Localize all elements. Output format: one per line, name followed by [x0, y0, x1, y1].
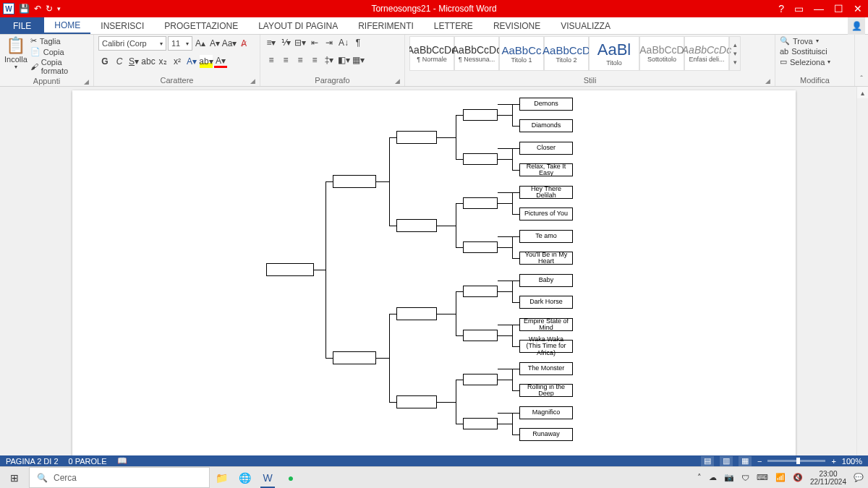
help-icon[interactable]: ? [778, 3, 784, 14]
maximize-icon[interactable]: ☐ [834, 3, 843, 14]
replace-button[interactable]: abSostituisci [780, 47, 830, 56]
shrink-font-icon[interactable]: A▾ [208, 37, 221, 50]
ribbon-options-icon[interactable]: ▭ [794, 3, 804, 14]
bracket-qf-6[interactable] [463, 374, 498, 385]
bracket-seed-3[interactable]: Relax, Take It Easy [519, 163, 573, 176]
style-normal[interactable]: AaBbCcDc¶ Normale [409, 36, 454, 71]
undo-icon[interactable]: ↶ [34, 4, 41, 14]
bracket-seed-10[interactable]: Empire State of Mind [519, 318, 573, 331]
tab-file[interactable]: FILE [0, 17, 44, 34]
onedrive-icon[interactable]: ☁ [709, 473, 717, 482]
bracket-qf-5[interactable] [463, 330, 498, 341]
paste-icon[interactable]: 📋 [6, 36, 25, 55]
style-title[interactable]: AaBlTitolo [589, 36, 639, 71]
bracket-champion[interactable] [266, 263, 314, 276]
sort-icon[interactable]: A↓ [337, 36, 350, 49]
bracket-seed-15[interactable]: Runaway [519, 428, 573, 441]
borders-icon[interactable]: ▦▾ [352, 53, 365, 67]
word-count[interactable]: 0 PAROLE [69, 457, 107, 466]
justify-icon[interactable]: ≡ [308, 53, 321, 67]
style-heading2[interactable]: AaBbCcDTitolo 2 [544, 36, 589, 71]
underline-icon[interactable]: S▾ [127, 55, 140, 68]
bracket-qf-0[interactable] [463, 109, 498, 121]
chrome-icon[interactable]: 🌐 [234, 468, 255, 488]
tab-insert[interactable]: INSERISCI [90, 17, 154, 34]
tab-design[interactable]: PROGETTAZIONE [154, 17, 248, 34]
multilevel-icon[interactable]: ⊟▾ [294, 36, 307, 49]
tab-layout[interactable]: LAYOUT DI PAGINA [248, 17, 348, 34]
tab-home[interactable]: HOME [44, 17, 90, 34]
close-icon[interactable]: ✕ [854, 3, 862, 14]
tab-references[interactable]: RIFERIMENTI [348, 17, 424, 34]
pilcrow-icon[interactable]: ¶ [352, 36, 365, 49]
outdent-icon[interactable]: ⇤ [308, 36, 321, 49]
bracket-seed-2[interactable]: Closer [519, 142, 573, 155]
align-left-icon[interactable]: ≡ [265, 53, 278, 67]
style-heading1[interactable]: AaBbCcTitolo 1 [499, 36, 544, 71]
tab-review[interactable]: REVISIONE [483, 17, 550, 34]
page[interactable]: DemonsDiamondsCloserRelax, Take It EasyH… [72, 90, 796, 455]
web-layout-icon[interactable]: ▦ [739, 456, 752, 466]
bracket-seed-9[interactable]: Dark Horse [519, 296, 573, 309]
proofing-icon[interactable]: 📖 [117, 456, 127, 466]
bracket-final-1[interactable] [333, 351, 376, 364]
clear-format-icon[interactable]: A̷ [237, 37, 250, 50]
bracket-seed-14[interactable]: Magnifico [519, 406, 573, 419]
bracket-seed-0[interactable]: Demons [519, 98, 573, 111]
bracket-sf-0[interactable] [396, 131, 437, 144]
qat-dropdown-icon[interactable]: ▾ [57, 5, 61, 12]
bracket-final-0[interactable] [333, 175, 376, 188]
text-effects-icon[interactable]: A▾ [185, 55, 198, 68]
indent-icon[interactable]: ⇥ [323, 36, 336, 49]
zoom-level[interactable]: 100% [842, 457, 862, 466]
bracket-seed-1[interactable]: Diamonds [519, 119, 573, 132]
bracket-seed-11[interactable]: Waka Waka (This Time for Africa) [519, 340, 573, 353]
word-taskbar-icon[interactable]: W [258, 468, 278, 488]
bullets-icon[interactable]: ≡▾ [265, 36, 278, 49]
wifi-icon[interactable]: 📶 [775, 473, 786, 482]
format-painter-button[interactable]: 🖌Copia formato [30, 58, 89, 75]
zoom-out-icon[interactable]: − [757, 457, 762, 466]
minimize-icon[interactable]: — [814, 3, 824, 14]
taskbar-search[interactable]: 🔍 Cerca [29, 467, 210, 488]
font-size-combo[interactable]: 11▾ [168, 36, 192, 51]
line-spacing-icon[interactable]: ‡▾ [323, 53, 336, 67]
bracket-seed-6[interactable]: Te amo [519, 230, 573, 243]
bold-icon[interactable]: G [98, 55, 111, 68]
paragraph-launcher-icon[interactable]: ◢ [395, 77, 400, 85]
vertical-scrollbar[interactable]: ▴ [856, 87, 868, 455]
bracket-seed-7[interactable]: You'll Be in My Heart [519, 252, 573, 265]
bracket-qf-4[interactable] [463, 286, 498, 297]
bracket-seed-8[interactable]: Baby [519, 274, 573, 287]
redo-icon[interactable]: ↻ [46, 4, 53, 14]
superscript-icon[interactable]: x² [171, 55, 184, 68]
clipboard-launcher-icon[interactable]: ◢ [84, 78, 89, 85]
select-button[interactable]: ▭Seleziona▾ [780, 57, 830, 67]
volume-icon[interactable]: 🔇 [793, 473, 803, 482]
styles-launcher-icon[interactable]: ◢ [765, 77, 770, 85]
align-center-icon[interactable]: ≡ [279, 53, 292, 67]
zoom-in-icon[interactable]: + [831, 457, 835, 466]
read-mode-icon[interactable]: ▤ [701, 456, 714, 466]
start-button[interactable]: ⊞ [0, 467, 29, 488]
scroll-up-icon[interactable]: ▴ [857, 87, 868, 98]
security-icon[interactable]: 🛡 [741, 474, 749, 482]
numbering-icon[interactable]: ⅟▾ [279, 36, 292, 49]
bracket-qf-7[interactable] [463, 418, 498, 429]
font-name-combo[interactable]: Calibri (Corp▾ [98, 36, 166, 51]
language-icon[interactable]: ⌨ [757, 473, 768, 482]
collapse-ribbon-icon[interactable]: ˆ [855, 35, 868, 86]
cut-button[interactable]: ✂Taglia [30, 36, 89, 46]
page-indicator[interactable]: PAGINA 2 DI 2 [6, 457, 59, 466]
style-emphasis[interactable]: AaBbCcDcEnfasi deli... [684, 36, 729, 71]
styles-gallery[interactable]: AaBbCcDc¶ Normale AaBbCcDc¶ Nessuna... A… [409, 36, 741, 71]
bracket-qf-3[interactable] [463, 241, 498, 253]
style-nospacing[interactable]: AaBbCcDc¶ Nessuna... [454, 36, 499, 71]
change-case-icon[interactable]: Aa▾ [223, 37, 236, 50]
notifications-icon[interactable]: 💬 [854, 473, 864, 482]
bracket-seed-12[interactable]: The Monster [519, 362, 573, 375]
styles-more-button[interactable]: ▴▾▾ [729, 36, 741, 71]
print-layout-icon[interactable]: ▥ [720, 456, 733, 466]
font-launcher-icon[interactable]: ◢ [250, 77, 255, 85]
bracket-seed-5[interactable]: Pictures of You [519, 207, 573, 221]
